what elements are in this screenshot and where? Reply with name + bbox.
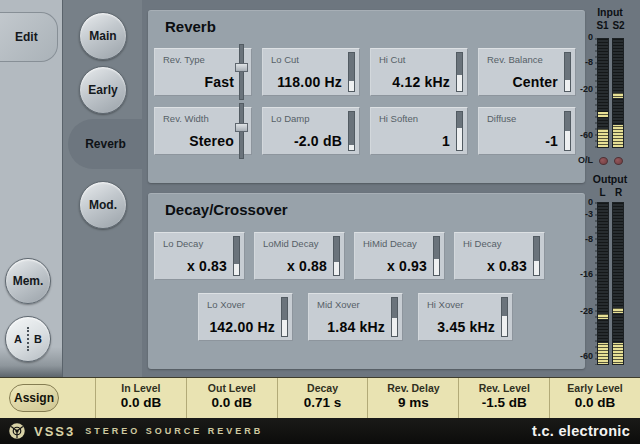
param-label: In Level <box>96 382 186 394</box>
field-rev-width[interactable]: Rev. Width Stereo <box>154 107 252 155</box>
param-value: 9 ms <box>368 395 458 410</box>
input-scale-60: -60 <box>570 130 593 140</box>
output-scale-16: -16 <box>570 269 593 279</box>
field-rev-type[interactable]: Rev. Type Fast <box>154 48 252 96</box>
param-value: -1.5 dB <box>459 395 549 410</box>
field-lo-xover[interactable]: Lo Xover 142.00 Hz <box>198 293 293 341</box>
field-label: Diffuse <box>487 113 516 124</box>
assign-button[interactable]: Assign <box>9 384 59 412</box>
field-value: x 0.88 <box>287 258 327 274</box>
field-label: HiMid Decay <box>363 238 417 249</box>
early-button[interactable]: Early <box>79 66 127 114</box>
overload-led-s2 <box>614 157 623 165</box>
field-label: Lo Xover <box>207 299 245 310</box>
lo-xover-slider[interactable] <box>281 297 288 337</box>
input-meter-s1 <box>597 38 609 148</box>
output-r-label: R <box>611 187 626 198</box>
field-value: 118.00 Hz <box>277 74 342 90</box>
rev-width-slider[interactable] <box>239 103 244 159</box>
param-label: Rev. Level <box>459 382 549 394</box>
field-value: 142.00 Hz <box>209 319 275 335</box>
output-meter-l <box>597 202 609 365</box>
param-out-level[interactable]: Out Level 0.0 dB <box>186 378 277 418</box>
field-label: Lo Decay <box>163 238 203 249</box>
slider-fill <box>434 259 439 275</box>
meter-segment-lines <box>613 203 623 364</box>
lomid-decay-slider[interactable] <box>333 236 340 276</box>
field-label: LoMid Decay <box>263 238 318 249</box>
output-l-label: L <box>595 187 610 198</box>
param-value: 0.0 dB <box>550 395 640 410</box>
field-value: -2.0 dB <box>294 133 342 149</box>
output-scale-0: 0 <box>570 197 593 207</box>
field-label: Rev. Type <box>163 54 205 65</box>
meter-segment-lines <box>598 203 608 364</box>
hi-soften-slider[interactable] <box>456 111 463 151</box>
field-mid-xover[interactable]: Mid Xover 1.84 kHz <box>308 293 403 341</box>
main-button[interactable]: Main <box>79 12 127 60</box>
hi-cut-slider[interactable] <box>456 52 463 92</box>
param-in-level[interactable]: In Level 0.0 dB <box>95 378 186 418</box>
ab-compare-button[interactable]: A B <box>5 316 51 362</box>
field-label: Hi Xover <box>427 299 463 310</box>
field-rev-balance[interactable]: Rev. Balance Center <box>478 48 576 96</box>
meter-segment-lines <box>598 39 608 147</box>
ab-button-a-label: A <box>14 333 22 345</box>
himid-decay-slider[interactable] <box>433 236 440 276</box>
slider-handle[interactable] <box>235 63 248 72</box>
field-hi-xover[interactable]: Hi Xover 3.45 kHz <box>418 293 513 341</box>
ab-divider-dots <box>27 327 29 351</box>
param-label: Decay <box>278 382 368 394</box>
tc-logo-icon <box>8 422 26 440</box>
slider-fill <box>392 318 397 336</box>
parameter-fields: In Level 0.0 dB Out Level 0.0 dB Decay 0… <box>95 378 640 418</box>
param-decay[interactable]: Decay 0.71 s <box>277 378 368 418</box>
field-himid-decay[interactable]: HiMid Decay x 0.93 <box>354 232 445 280</box>
field-lomid-decay[interactable]: LoMid Decay x 0.88 <box>254 232 345 280</box>
lo-damp-slider[interactable] <box>348 111 355 151</box>
slider-fill <box>457 75 462 91</box>
tab-reverb-selected[interactable]: Reverb <box>68 119 143 169</box>
param-label: Rev. Delay <box>368 382 458 394</box>
field-label: Lo Cut <box>271 54 299 65</box>
field-lo-damp[interactable]: Lo Damp -2.0 dB <box>262 107 360 155</box>
slider-fill <box>349 81 354 91</box>
slider-handle[interactable] <box>235 123 248 132</box>
param-rev-level[interactable]: Rev. Level -1.5 dB <box>458 378 549 418</box>
assign-button-label: Assign <box>14 391 54 405</box>
early-button-label: Early <box>88 83 117 97</box>
tab-edit[interactable]: Edit <box>0 12 58 62</box>
hi-decay-slider[interactable] <box>533 236 540 276</box>
input-meters-title: Input <box>587 6 633 18</box>
field-label: Hi Cut <box>379 54 405 65</box>
mid-xover-slider[interactable] <box>391 297 398 337</box>
field-hi-cut[interactable]: Hi Cut 4.12 kHz <box>370 48 468 96</box>
product-name: VSS3 <box>34 424 75 439</box>
param-rev-delay[interactable]: Rev. Delay 9 ms <box>367 378 458 418</box>
field-diffuse[interactable]: Diffuse -1 <box>478 107 576 155</box>
param-value: 0.0 dB <box>96 395 186 410</box>
lo-decay-slider[interactable] <box>233 236 240 276</box>
lo-cut-slider[interactable] <box>348 52 355 92</box>
field-hi-decay[interactable]: Hi Decay x 0.83 <box>454 232 545 280</box>
slider-fill <box>502 316 507 336</box>
slider-fill <box>349 145 354 150</box>
decay-crossover-panel: Decay/Crossover Lo Decay x 0.83 LoMid De… <box>148 193 585 369</box>
input-scale-0: 0 <box>570 32 593 42</box>
slider-fill <box>234 264 239 275</box>
field-label: Hi Decay <box>463 238 502 249</box>
field-lo-cut[interactable]: Lo Cut 118.00 Hz <box>262 48 360 96</box>
mem-button[interactable]: Mem. <box>5 258 51 304</box>
mod-button[interactable]: Mod. <box>79 181 127 229</box>
output-scale-8: -8 <box>570 234 593 244</box>
param-early-level[interactable]: Early Level 0.0 dB <box>549 378 640 418</box>
hi-xover-slider[interactable] <box>501 297 508 337</box>
field-lo-decay[interactable]: Lo Decay x 0.83 <box>154 232 245 280</box>
field-hi-soften[interactable]: Hi Soften 1 <box>370 107 468 155</box>
meter-segment-lines <box>613 39 623 147</box>
slider-fill <box>334 262 339 275</box>
tab-reverb-label: Reverb <box>85 137 126 151</box>
reverb-panel: Reverb Rev. Type Fast Lo Cut 118.00 Hz H… <box>148 10 585 183</box>
tab-edit-label: Edit <box>15 30 38 44</box>
rev-type-slider[interactable] <box>239 44 244 100</box>
